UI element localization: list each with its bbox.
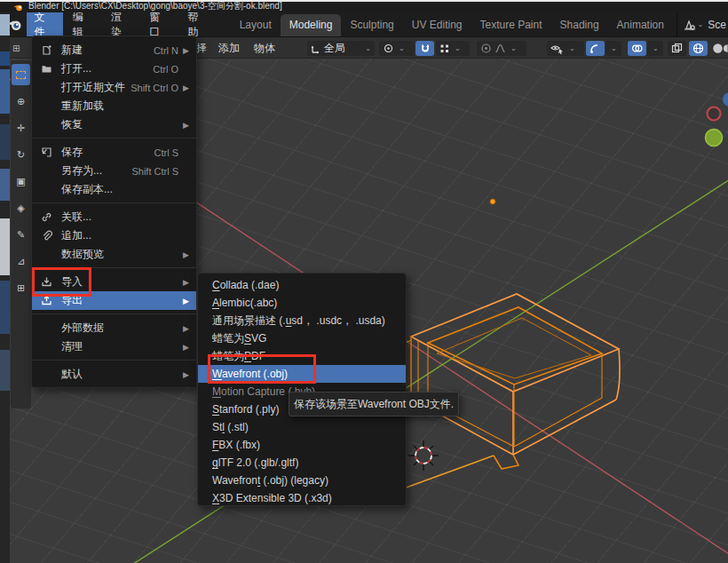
submenu-arrow-icon: ▶: [181, 343, 189, 352]
orientation-value: 全局: [324, 41, 360, 56]
submenu-arrow-icon: ▶: [181, 278, 189, 287]
scene-icon: [683, 19, 696, 31]
solid-sphere-icon: [712, 43, 724, 54]
add-cube-tool[interactable]: ⊞: [12, 277, 30, 298]
add-menu[interactable]: 添加: [218, 41, 240, 56]
menubar-menu[interactable]: 渲染: [103, 12, 139, 37]
scale-tool[interactable]: ▣: [12, 170, 30, 192]
snap-toggle-button[interactable]: [415, 41, 434, 56]
file-menu-item[interactable]: 重新加载 ▶: [32, 97, 196, 115]
submenu-arrow-icon: ▶: [181, 324, 189, 333]
submenu-arrow-icon: ▶: [181, 297, 189, 305]
snap-to-dropdown[interactable]: ⌄: [436, 41, 470, 56]
submenu-arrow-icon: ▶: [181, 250, 189, 259]
scale-icon: ▣: [16, 176, 25, 187]
submenu-arrow-icon: ▶: [181, 83, 189, 92]
select-menu-partial[interactable]: 择: [196, 41, 207, 56]
file-menu-item[interactable]: 打开近期文件 Shift Ctrl O ▶: [32, 78, 196, 97]
new-file-icon: [41, 44, 56, 56]
file-menu-item[interactable]: 保存 Ctrl S ▶: [32, 143, 196, 162]
chevron-down-icon: ⌄: [698, 20, 704, 28]
save-icon: [41, 147, 56, 158]
workspace-tab[interactable]: UV Editing: [403, 14, 471, 37]
append-icon: [41, 230, 56, 242]
open-folder-icon: [41, 63, 56, 75]
material-sphere-icon: [723, 43, 728, 54]
workspace-tab[interactable]: Layout: [231, 14, 281, 37]
export-format-item[interactable]: X3D Extensible 3D (.x3d): [198, 489, 406, 506]
file-menu-item[interactable]: 默认 ▶: [32, 365, 196, 384]
workspace-tab[interactable]: Modeling: [281, 14, 342, 37]
menubar-menu[interactable]: 编辑: [65, 12, 101, 37]
pivot-point-icon: [383, 43, 394, 54]
xray-toggle[interactable]: [668, 41, 686, 56]
chevron-down-icon: ⌄: [455, 44, 461, 52]
file-menu-dropdown: 新建 Ctrl N ▶ 打开... Ctrl O ▶ 打开近期文件 Shift …: [31, 36, 197, 388]
transform-icon: ◈: [17, 202, 24, 214]
file-menu-item[interactable]: 追加... ▶: [32, 226, 196, 245]
move-tool[interactable]: ✛: [12, 117, 30, 139]
shading-wireframe-button[interactable]: [689, 41, 708, 56]
menubar-menu[interactable]: 文件: [27, 12, 63, 37]
export-format-item[interactable]: Wavefront (.obj): [198, 365, 406, 383]
workspace-tab[interactable]: Texture Paint: [471, 14, 551, 37]
window-title: Blender [C:\Users\CX\Desktop\gong\baoye\…: [28, 0, 282, 12]
measure-icon: ⊿: [17, 256, 25, 267]
export-format-item[interactable]: Alembic(.abc): [198, 294, 406, 312]
pivot-point-dropdown[interactable]: ⌄: [379, 41, 415, 56]
window-titlebar: Blender [C:\Users\CX\Desktop\gong\baoye\…: [0, 0, 728, 12]
file-menu-item[interactable]: 新建 Ctrl N ▶: [32, 41, 196, 59]
select-box-tool[interactable]: [12, 64, 30, 85]
file-menu-item[interactable]: 外部数据 ▶: [32, 319, 196, 337]
overlays-dropdown[interactable]: ⌄: [647, 41, 663, 56]
scene-selector[interactable]: ⌄ Sce: [677, 12, 728, 36]
measure-tool[interactable]: ⊿: [12, 250, 30, 272]
menu-separator: [32, 267, 196, 268]
workspace-tab[interactable]: Shading: [551, 14, 608, 37]
falloff-curve-icon: [495, 43, 506, 54]
export-submenu: Collada (.dae) Alembic(.abc) 通用场景描述 (.us…: [197, 273, 407, 506]
tooltip: 保存该场景至Wavefront OBJ文件.: [289, 392, 459, 416]
file-menu-item[interactable]: 另存为... Shift Ctrl S ▶: [32, 162, 196, 180]
menu-separator: [32, 138, 196, 139]
workspace-tab[interactable]: Sculpting: [341, 14, 402, 37]
file-menu-item[interactable]: 保存副本... ▶: [32, 180, 196, 199]
file-menu-item[interactable]: 导出 ▶: [32, 291, 196, 310]
selectability-visibility-dropdown[interactable]: ⌄: [547, 41, 584, 56]
file-menu-item[interactable]: 数据预览 ▶: [32, 245, 196, 264]
export-format-item[interactable]: Collada (.dae): [198, 276, 406, 294]
show-gizmo-toggle[interactable]: [586, 41, 605, 56]
wireframe-sphere-icon: [692, 43, 704, 54]
file-menu-item[interactable]: 恢复 ▶: [32, 115, 196, 134]
blender-logo-small: [13, 4, 23, 12]
select-box-icon: [16, 71, 26, 79]
chevron-down-icon: ⌄: [653, 44, 659, 52]
export-format-item[interactable]: 蜡笔为PDF: [198, 347, 406, 365]
show-overlays-toggle[interactable]: [628, 41, 646, 56]
export-format-item[interactable]: 通用场景描述 (.usd， .usdc， .usda): [198, 312, 406, 329]
rotate-tool[interactable]: ↻: [12, 144, 30, 165]
file-menu-item[interactable]: 打开... Ctrl O ▶: [32, 59, 196, 78]
menubar-menu[interactable]: 帮助: [179, 12, 216, 37]
shading-material-button[interactable]: [723, 41, 728, 56]
transform-tool[interactable]: ◈: [12, 197, 30, 218]
export-format-item[interactable]: Stl (.stl): [198, 418, 406, 436]
export-format-item[interactable]: FBX (.fbx): [198, 436, 406, 454]
gizmo-dropdown[interactable]: ⌄: [605, 41, 621, 56]
file-menu-item[interactable]: 导入 ▶: [32, 273, 196, 291]
transform-orientation-dropdown[interactable]: 全局 ⌄: [307, 41, 375, 56]
file-menu-item[interactable]: 清理 ▶: [32, 337, 196, 356]
editor-type-button[interactable]: ⊞: [12, 41, 20, 56]
chevron-down-icon: ⌄: [611, 44, 617, 52]
menubar-menu[interactable]: 窗口: [141, 12, 178, 37]
workspace-tab[interactable]: Animation: [608, 14, 673, 37]
cursor-tool[interactable]: ⊕: [12, 91, 30, 112]
proportional-editing-controls[interactable]: ⌄: [477, 41, 526, 56]
annotate-tool[interactable]: ✎: [12, 224, 30, 245]
menu-separator: [32, 360, 196, 361]
file-menu-item[interactable]: 关联... ▶: [32, 208, 196, 226]
export-format-item[interactable]: 蜡笔为SVG: [198, 329, 406, 347]
object-menu[interactable]: 物体: [254, 41, 275, 56]
export-format-item[interactable]: glTF 2.0 (.glb/.gltf): [198, 454, 406, 472]
export-format-item[interactable]: Wavefront (.obj) (legacy): [198, 472, 406, 489]
